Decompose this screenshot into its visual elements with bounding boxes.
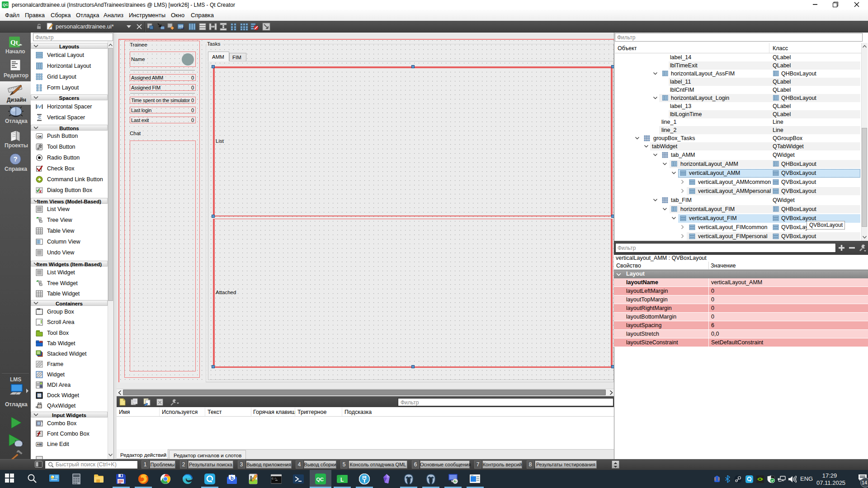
svg-text:AB: AB: [37, 443, 42, 446]
svg-text:x: x: [39, 189, 42, 194]
svg-text:123: 123: [179, 25, 184, 28]
svg-text:OK: OK: [37, 135, 42, 138]
svg-text:?: ?: [14, 155, 18, 163]
svg-text:Qt: Qt: [10, 39, 18, 46]
svg-text:b: b: [231, 475, 234, 481]
svg-text:QC: QC: [316, 477, 324, 482]
svg-text:C:\: C:\: [272, 477, 277, 480]
svg-text:L: L: [340, 477, 344, 483]
